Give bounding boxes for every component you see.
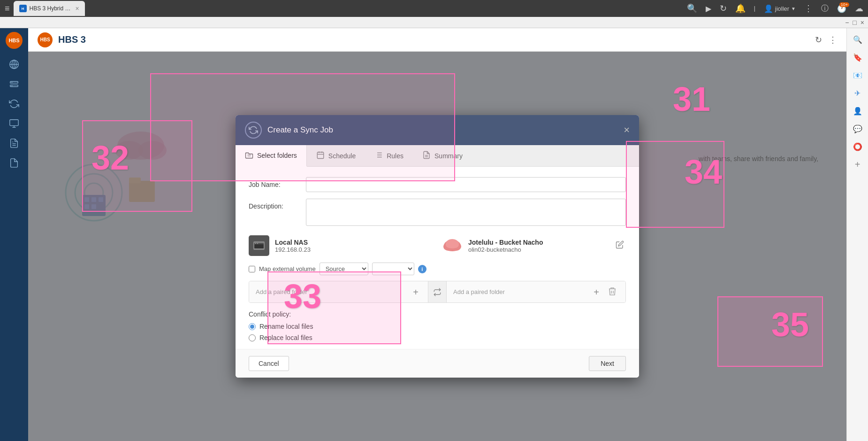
conflict-policy-section: Conflict policy: Rename local files Repl… bbox=[249, 310, 626, 341]
description-label: Description: bbox=[249, 199, 300, 210]
destination-cloud-icon bbox=[442, 236, 463, 255]
media-icon[interactable]: ▶ bbox=[706, 4, 711, 13]
modal-title: Create a Sync Job bbox=[267, 125, 333, 135]
add-paired-folder-left-button[interactable]: + bbox=[410, 286, 421, 298]
map-external-label: Map external volume bbox=[259, 265, 316, 272]
replace-option[interactable]: Replace local files bbox=[249, 334, 626, 341]
user-info[interactable]: 👤 jioller ▼ bbox=[764, 4, 796, 13]
tab-rules-label: Rules bbox=[387, 152, 404, 160]
source-endpoint: Local NAS 192.168.0.23 bbox=[249, 235, 433, 256]
sidebar-icon-files[interactable] bbox=[5, 134, 23, 152]
map-external-row: Map external volume Source Destination i bbox=[249, 263, 626, 275]
sidebar-icon-logs[interactable] bbox=[5, 154, 23, 172]
modal-header-icon bbox=[245, 122, 262, 139]
create-sync-job-modal: Create a Sync Job × Select folders bbox=[236, 115, 639, 378]
svg-point-50 bbox=[451, 241, 459, 248]
map-external-source-select[interactable]: Source Destination bbox=[320, 263, 368, 275]
tab-select-folders-label: Select folders bbox=[257, 152, 297, 159]
svg-rect-27 bbox=[248, 154, 251, 156]
right-tag-icon[interactable]: 🔖 bbox=[850, 50, 865, 65]
delete-paired-folder-button[interactable] bbox=[606, 286, 619, 298]
search-icon[interactable]: 🔍 bbox=[687, 3, 697, 14]
browser-tab[interactable]: H HBS 3 Hybrid … × bbox=[14, 1, 85, 16]
job-name-row: Job Name: bbox=[249, 177, 626, 192]
destination-name: Jotelulu - Bucket Nacho bbox=[468, 239, 543, 246]
info-tooltip-icon[interactable]: i bbox=[418, 265, 426, 273]
svg-rect-5 bbox=[10, 85, 18, 87]
paired-folder-right: Add a paired folder + bbox=[447, 281, 625, 302]
cloud-icon[interactable]: ☁ bbox=[855, 3, 863, 14]
browser-hamburger[interactable]: ≡ bbox=[5, 4, 10, 14]
svg-point-43 bbox=[255, 243, 256, 244]
select-folders-icon bbox=[245, 151, 253, 160]
source-info: Local NAS 192.168.0.23 bbox=[275, 239, 311, 253]
tab-close[interactable]: × bbox=[76, 5, 79, 12]
right-outlook-icon[interactable]: 📧 bbox=[850, 68, 865, 83]
user-icon: 👤 bbox=[764, 4, 773, 13]
sidebar-icon-sync[interactable] bbox=[5, 95, 23, 113]
svg-point-44 bbox=[257, 243, 258, 244]
right-circle-icon[interactable]: ⭕ bbox=[850, 139, 865, 154]
modal-footer: Cancel Next bbox=[236, 349, 639, 378]
rename-option[interactable]: Rename local files bbox=[249, 323, 626, 330]
modal-close-button[interactable]: × bbox=[624, 125, 630, 135]
right-search-icon[interactable]: 🔍 bbox=[850, 32, 865, 47]
notification-badge[interactable]: 🕐 10+ bbox=[837, 4, 846, 13]
tab-summary[interactable]: Summary bbox=[413, 145, 472, 166]
map-external-checkbox[interactable] bbox=[249, 266, 255, 272]
tab-title: HBS 3 Hybrid … bbox=[30, 5, 71, 12]
destination-edit-button[interactable] bbox=[614, 239, 626, 253]
replace-radio[interactable] bbox=[249, 334, 256, 341]
more-icon[interactable]: ⋮ bbox=[804, 3, 813, 14]
cancel-button[interactable]: Cancel bbox=[249, 356, 289, 371]
app-hbs-logo: HBS bbox=[38, 32, 53, 47]
summary-icon bbox=[422, 151, 431, 161]
sidebar-icon-home[interactable] bbox=[5, 55, 23, 73]
tab-schedule[interactable]: Schedule bbox=[307, 145, 365, 166]
username: jioller bbox=[775, 5, 789, 12]
add-paired-folder-right-button[interactable]: + bbox=[591, 286, 602, 298]
job-name-label: Job Name: bbox=[249, 181, 300, 188]
source-sub: 192.168.0.23 bbox=[275, 246, 311, 253]
paired-folder-left-text: Add a paired folder bbox=[256, 288, 406, 295]
right-user-icon[interactable]: 👤 bbox=[850, 103, 865, 118]
app-title: HBS 3 bbox=[58, 34, 86, 45]
schedule-icon bbox=[316, 151, 325, 161]
swap-button[interactable] bbox=[428, 281, 447, 302]
conflict-policy-title: Conflict policy: bbox=[249, 310, 626, 318]
svg-rect-8 bbox=[10, 120, 18, 126]
tab-summary-label: Summary bbox=[434, 152, 463, 160]
window-close-button[interactable]: × bbox=[860, 19, 864, 26]
right-send-icon[interactable]: ✈ bbox=[850, 85, 865, 101]
app-logo: HBS bbox=[6, 32, 23, 49]
right-skype-icon[interactable]: 💬 bbox=[850, 121, 865, 136]
header-more-icon[interactable]: ⋮ bbox=[829, 35, 837, 45]
minimize-button[interactable]: − bbox=[845, 19, 849, 26]
sidebar-icon-backup[interactable] bbox=[5, 75, 23, 93]
destination-sub: olin02-bucketnacho bbox=[468, 246, 543, 253]
job-name-input[interactable] bbox=[306, 177, 626, 192]
right-add-button[interactable]: + bbox=[850, 157, 865, 172]
source-name: Local NAS bbox=[275, 239, 311, 246]
svg-rect-4 bbox=[10, 82, 18, 84]
rules-icon bbox=[374, 151, 383, 161]
next-button[interactable]: Next bbox=[589, 356, 626, 371]
sidebar-icon-remote[interactable] bbox=[5, 115, 23, 132]
destination-info: Jotelulu - Bucket Nacho olin02-bucketnac… bbox=[468, 239, 543, 253]
description-input[interactable] bbox=[306, 199, 626, 226]
tab-schedule-label: Schedule bbox=[328, 152, 356, 160]
source-endpoint-icon bbox=[249, 235, 269, 256]
refresh-icon[interactable]: ↻ bbox=[720, 3, 727, 14]
paired-folder-left: Add a paired folder + bbox=[249, 281, 428, 302]
bell-icon[interactable]: 🔔 bbox=[735, 3, 746, 14]
tab-rules[interactable]: Rules bbox=[365, 145, 413, 166]
modal-body: Job Name: Description: bbox=[236, 167, 639, 349]
map-external-target-select[interactable] bbox=[372, 263, 414, 275]
modal-header: Create a Sync Job × bbox=[236, 115, 639, 145]
tab-select-folders[interactable]: Select folders bbox=[236, 145, 307, 167]
info-nav-icon[interactable]: ⓘ bbox=[821, 4, 829, 14]
restore-button[interactable]: □ bbox=[853, 19, 856, 26]
header-refresh-icon[interactable]: ↻ bbox=[815, 35, 822, 45]
svg-rect-28 bbox=[317, 152, 324, 159]
rename-radio[interactable] bbox=[249, 323, 256, 330]
